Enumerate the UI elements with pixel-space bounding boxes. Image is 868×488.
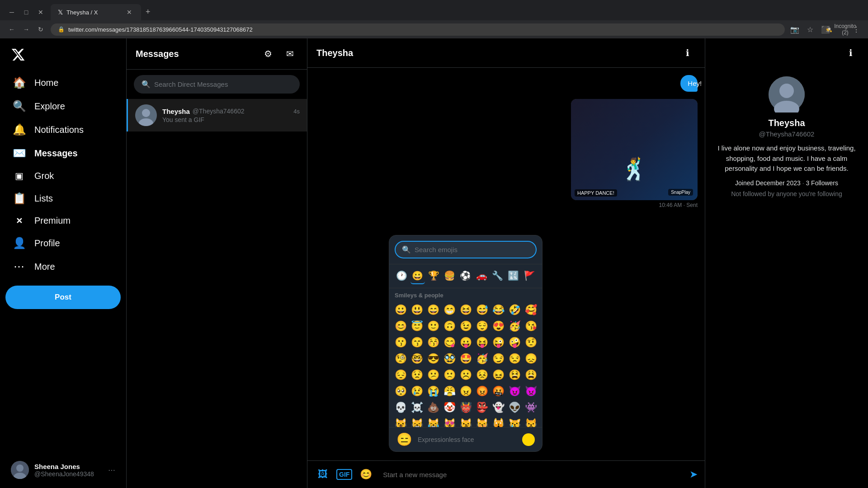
sidebar-item-lists[interactable]: 📋 Lists <box>5 187 121 210</box>
emoji-btn[interactable]: 😁 <box>442 302 457 318</box>
emoji-btn[interactable]: 🥰 <box>523 302 538 318</box>
maximize-button[interactable]: □ <box>20 6 33 19</box>
search-bar[interactable]: 🔍 <box>134 75 300 94</box>
emoji-btn[interactable]: 😘 <box>523 319 538 334</box>
emoji-cat-smileys[interactable]: 😀 <box>410 268 425 284</box>
emoji-cat-flags[interactable]: 🚩 <box>523 268 537 284</box>
emoji-btn[interactable]: 😫 <box>507 367 522 383</box>
emoji-cat-food[interactable]: 🍔 <box>443 268 457 284</box>
emoji-btn[interactable]: 🤪 <box>507 335 522 350</box>
emoji-search-input[interactable] <box>415 246 529 253</box>
emoji-cat-symbols[interactable]: 🔣 <box>506 268 520 284</box>
camera-icon[interactable]: 📷 <box>788 23 801 36</box>
chat-info-button[interactable]: ℹ <box>679 45 696 61</box>
emoji-btn[interactable]: 😏 <box>491 351 506 366</box>
sidebar-item-more[interactable]: ⋯ More <box>5 255 121 278</box>
emoji-btn[interactable]: 🧐 <box>393 351 408 366</box>
message-input[interactable] <box>379 467 684 482</box>
compose-message-button[interactable]: ✉ <box>282 46 298 62</box>
emoji-btn[interactable]: 😇 <box>409 319 425 334</box>
star-icon[interactable]: ☆ <box>804 23 816 36</box>
emoji-btn[interactable]: 😺 <box>393 416 408 427</box>
emoji-btn[interactable]: 😌 <box>474 319 490 334</box>
emoji-btn[interactable]: 😜 <box>491 335 506 350</box>
emoji-btn[interactable]: 🤡 <box>442 400 457 415</box>
emoji-btn[interactable]: 👿 <box>523 384 538 399</box>
emoji-btn[interactable]: 🤓 <box>409 351 425 366</box>
emoji-search-inner[interactable]: 🔍 <box>395 241 537 258</box>
emoji-cat-travel[interactable]: 🚗 <box>475 268 489 284</box>
image-upload-button[interactable]: 🖼 <box>315 466 331 483</box>
emoji-btn[interactable]: 😙 <box>409 335 425 350</box>
emoji-btn[interactable]: 😅 <box>474 302 490 318</box>
emoji-btn[interactable]: 😍 <box>491 319 506 334</box>
emoji-btn[interactable]: 😔 <box>393 367 408 383</box>
logo[interactable] <box>5 42 121 69</box>
emoji-btn[interactable]: 🤩 <box>458 351 473 366</box>
emoji-btn[interactable]: 😟 <box>409 367 425 383</box>
sidebar-item-messages[interactable]: ✉️ Messages <box>5 141 121 165</box>
minimize-button[interactable]: ─ <box>5 6 18 19</box>
emoji-btn[interactable]: 🤣 <box>507 302 522 318</box>
user-section[interactable]: Sheena Jones @SheenaJone49348 ⋯ <box>5 455 121 484</box>
sidebar-item-home[interactable]: 🏠 Home <box>5 71 121 94</box>
emoji-btn[interactable]: 😂 <box>491 302 506 318</box>
dm-list-item[interactable]: Theysha @Theysha746602 4s You sent a GIF <box>127 99 307 131</box>
emoji-btn[interactable]: 😻 <box>442 416 457 427</box>
emoji-btn[interactable]: 😀 <box>393 302 408 318</box>
tab-close-button[interactable]: ✕ <box>125 8 134 17</box>
back-button[interactable]: ← <box>5 23 18 36</box>
emoji-btn[interactable]: 😞 <box>523 351 538 366</box>
settings-icon-button[interactable]: ⚙ <box>260 46 276 62</box>
post-button[interactable]: Post <box>5 286 121 309</box>
emoji-btn[interactable]: 😢 <box>409 384 425 399</box>
emoji-btn[interactable]: 🥳 <box>507 319 522 334</box>
emoji-btn[interactable]: 🤨 <box>523 335 538 350</box>
sidebar-item-premium[interactable]: ✕ Premium <box>5 210 121 231</box>
emoji-btn[interactable]: 🙂 <box>425 319 441 334</box>
active-tab[interactable]: 𝕏 Theysha / X ✕ <box>51 4 141 20</box>
sidebar-item-explore[interactable]: 🔍 Explore <box>5 94 121 118</box>
emoji-btn[interactable]: 🤬 <box>491 384 506 399</box>
emoji-btn[interactable]: ☹️ <box>458 367 473 383</box>
sidebar-item-profile[interactable]: 👤 Profile <box>5 231 121 255</box>
emoji-btn[interactable]: 😤 <box>442 384 457 399</box>
emoji-btn[interactable]: 😗 <box>393 335 408 350</box>
emoji-cat-sports[interactable]: ⚽ <box>458 268 472 284</box>
emoji-btn[interactable]: 😣 <box>474 367 490 383</box>
menu-button[interactable]: ⋮ <box>850 23 863 36</box>
emoji-btn[interactable]: ☠️ <box>409 400 425 415</box>
incognito-button[interactable]: 🕵️Incognito (2) <box>835 23 847 36</box>
new-tab-button[interactable]: + <box>142 4 154 20</box>
emoji-cat-objects[interactable]: 🔧 <box>491 268 505 284</box>
emoji-btn[interactable]: 😋 <box>442 335 457 350</box>
close-button[interactable]: ✕ <box>34 6 47 19</box>
emoji-btn[interactable]: 😹 <box>425 416 441 427</box>
emoji-btn[interactable]: 😃 <box>409 302 425 318</box>
refresh-button[interactable]: ↻ <box>34 23 47 36</box>
emoji-btn[interactable]: 😊 <box>393 319 408 334</box>
emoji-btn[interactable]: 👺 <box>474 400 490 415</box>
emoji-btn[interactable]: 😆 <box>458 302 473 318</box>
forward-button[interactable]: → <box>20 23 33 36</box>
send-button[interactable]: ➤ <box>689 469 698 480</box>
profile-info-button[interactable]: ℹ <box>843 45 859 61</box>
emoji-btn[interactable]: 😄 <box>425 302 441 318</box>
emoji-button[interactable]: 😊 <box>358 466 374 483</box>
emoji-btn[interactable]: 😚 <box>425 335 441 350</box>
emoji-btn[interactable]: 😩 <box>523 367 538 383</box>
emoji-btn[interactable]: 🙁 <box>442 367 457 383</box>
emoji-btn[interactable]: 😕 <box>425 367 441 383</box>
emoji-btn[interactable]: 😸 <box>409 416 425 427</box>
emoji-btn[interactable]: 👽 <box>507 400 522 415</box>
emoji-btn[interactable]: 💩 <box>425 400 441 415</box>
emoji-btn[interactable]: 👻 <box>491 400 506 415</box>
emoji-btn[interactable]: 😎 <box>425 351 441 366</box>
emoji-cat-recent[interactable]: 🕐 <box>395 268 409 284</box>
emoji-btn[interactable]: 🙃 <box>442 319 457 334</box>
emoji-btn[interactable]: 😒 <box>507 351 522 366</box>
emoji-btn[interactable]: 🙀 <box>491 416 506 427</box>
emoji-btn[interactable]: 😿 <box>507 416 522 427</box>
emoji-btn[interactable]: 🥺 <box>393 384 408 399</box>
address-bar[interactable]: 🔒 twitter.com/messages/17381851876396605… <box>51 23 785 36</box>
